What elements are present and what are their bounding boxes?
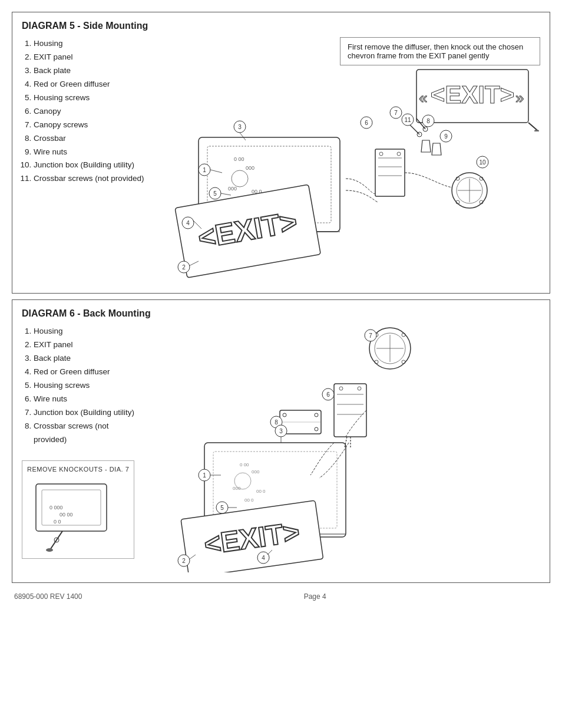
- svg-point-84: [46, 548, 53, 552]
- svg-text:4: 4: [186, 220, 190, 226]
- svg-point-110: [315, 427, 318, 431]
- svg-text:000: 000: [246, 165, 254, 171]
- svg-point-100: [339, 387, 343, 390]
- diagram5-part-item: Crossbar screws (not provided): [34, 172, 157, 186]
- diagram5-part-item: Wire nuts: [34, 146, 157, 159]
- diagram5-part-item: Red or Green diffuser: [34, 78, 157, 91]
- diagram5-part-item: Back plate: [34, 64, 157, 78]
- svg-text:2: 2: [182, 558, 186, 564]
- svg-text:5: 5: [213, 190, 217, 197]
- svg-rect-96: [334, 384, 366, 437]
- svg-line-33: [210, 170, 222, 173]
- diagram6-part-item: Red or Green diffuser: [34, 365, 140, 379]
- diagram6-parts-ol: HousingEXIT panelBack plateRed or Green …: [22, 325, 140, 446]
- svg-text:00 00: 00 00: [59, 512, 73, 518]
- svg-text:1: 1: [203, 167, 206, 173]
- diagram5-image: First remove the diffuser, then knock ou…: [163, 37, 540, 285]
- svg-text:8: 8: [427, 118, 430, 124]
- svg-point-101: [358, 387, 361, 390]
- svg-text:5: 5: [220, 505, 224, 511]
- footer-left: 68905-000 REV 1400: [14, 592, 82, 601]
- remove-knockouts-label: REMOVE KNOCKOUTS - DIA. 7: [27, 466, 129, 473]
- svg-text:3: 3: [238, 124, 242, 130]
- diagram5-part-item: Housing: [34, 37, 157, 51]
- diagram5-part-item: Canopy screws: [34, 118, 157, 132]
- svg-line-83: [51, 531, 62, 549]
- svg-text:7: 7: [394, 110, 398, 116]
- svg-text:10: 10: [479, 159, 486, 166]
- svg-marker-52: [421, 140, 431, 152]
- diagram6-part-item: Junction box (Building utility): [34, 406, 140, 420]
- svg-text:9: 9: [444, 133, 448, 140]
- svg-point-93: [375, 360, 378, 364]
- diagram5-content: HousingEXIT panelBack plateRed or Green …: [22, 37, 540, 285]
- remove-knockouts-box: REMOVE KNOCKOUTS - DIA. 7 0 000 00 00 0 …: [22, 460, 134, 559]
- svg-line-39: [221, 193, 231, 195]
- svg-text:00 0: 00 0: [256, 489, 266, 494]
- svg-text:8: 8: [275, 419, 278, 426]
- svg-text:4: 4: [262, 555, 265, 561]
- diagram5-part-item: Housing screws: [34, 91, 157, 105]
- svg-point-92: [402, 360, 405, 364]
- svg-point-51: [397, 152, 401, 156]
- svg-text:0 0: 0 0: [54, 519, 61, 525]
- svg-text:»: »: [515, 89, 524, 107]
- svg-text:0 00: 0 00: [234, 156, 244, 162]
- diagram5-section: DIAGRAM 5 - Side Mounting HousingEXIT pa…: [12, 12, 550, 294]
- svg-text:6: 6: [365, 120, 368, 126]
- knockouts-svg: 0 000 00 00 0 0: [27, 475, 121, 552]
- diagram5-part-item: EXIT panel: [34, 51, 157, 64]
- svg-point-108: [315, 413, 318, 417]
- diagram6-title: DIAGRAM 6 - Back Mounting: [22, 308, 540, 319]
- diagram6-exploded-svg: 7 6: [146, 325, 452, 572]
- svg-text:11: 11: [404, 117, 411, 123]
- svg-line-2: [528, 123, 537, 130]
- svg-text:000: 000: [228, 186, 237, 192]
- diagram6-left: HousingEXIT panelBack plateRed or Green …: [22, 325, 140, 574]
- svg-text:2: 2: [182, 264, 186, 271]
- svg-text:7: 7: [369, 332, 372, 339]
- diagram5-part-item: Junction box (Building utility): [34, 159, 157, 172]
- svg-point-8: [232, 170, 248, 187]
- svg-text:0 000: 0 000: [49, 505, 63, 510]
- diagram5-parts-list: HousingEXIT panelBack plateRed or Green …: [22, 37, 157, 285]
- svg-rect-46: [375, 149, 405, 196]
- svg-point-3: [534, 130, 539, 131]
- diagram6-part-item: Back plate: [34, 352, 140, 365]
- diagram5-part-item: Crossbar: [34, 132, 157, 146]
- svg-marker-53: [432, 143, 441, 155]
- svg-text:000: 000: [233, 486, 241, 491]
- diagram6-part-item: Housing: [34, 325, 140, 338]
- diagram5-title: DIAGRAM 5 - Side Mounting: [22, 21, 540, 31]
- svg-text:1: 1: [203, 472, 206, 479]
- diagram5-parts-ol: HousingEXIT panelBack plateRed or Green …: [22, 37, 157, 186]
- svg-rect-78: [36, 484, 107, 531]
- footer-center: Page 4: [304, 592, 326, 601]
- diagram6-part-item: Housing screws: [34, 379, 140, 393]
- diagram5-note: First remove the diffuser, then knock ou…: [340, 37, 540, 65]
- svg-line-36: [240, 133, 246, 140]
- diagram6-part-item: EXIT panel: [34, 338, 140, 352]
- diagram6-part-item: Wire nuts: [34, 393, 140, 406]
- svg-text:6: 6: [326, 391, 330, 398]
- svg-point-50: [379, 152, 383, 156]
- page: DIAGRAM 5 - Side Mounting HousingEXIT pa…: [0, 0, 562, 728]
- diagram5-exploded-svg: 0 00 000 000 00 0 00 0: [163, 102, 505, 320]
- diagram5-part-item: Canopy: [34, 105, 157, 118]
- svg-point-91: [402, 333, 405, 337]
- diagram6-part-item: Crossbar screws (not provided): [34, 420, 140, 447]
- svg-text:00 0: 00 0: [244, 498, 254, 503]
- svg-text:0 00: 0 00: [240, 462, 249, 467]
- diagram6-layout: HousingEXIT panelBack plateRed or Green …: [22, 325, 540, 574]
- page-footer: 68905-000 REV 1400 Page 4: [12, 589, 550, 601]
- diagram6-right: 7 6: [146, 325, 540, 574]
- svg-text:000: 000: [252, 469, 260, 475]
- diagram6-section: DIAGRAM 6 - Back Mounting HousingEXIT pa…: [12, 299, 550, 583]
- svg-point-107: [283, 413, 286, 417]
- svg-text:3: 3: [279, 428, 283, 434]
